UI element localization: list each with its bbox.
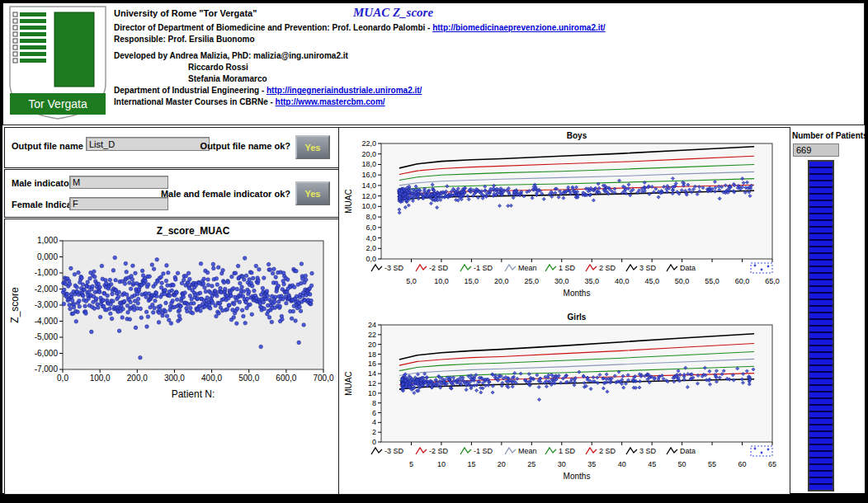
svg-text:Z_score: Z_score bbox=[9, 287, 21, 323]
svg-text:14: 14 bbox=[368, 369, 376, 378]
indicator-group: Male indicator Female Indicator Male and… bbox=[4, 169, 339, 218]
svg-text:-2,000: -2,000 bbox=[35, 284, 59, 294]
svg-text:50: 50 bbox=[678, 460, 686, 468]
mf-indicator-ok-button[interactable]: Yes bbox=[295, 181, 330, 205]
svg-text:-2 SD: -2 SD bbox=[429, 447, 449, 455]
svg-text:Girls: Girls bbox=[568, 313, 587, 322]
svg-text:Z_score_MUAC: Z_score_MUAC bbox=[157, 225, 230, 237]
output-file-group: Output file name Output file name ok? Ye… bbox=[4, 127, 339, 168]
svg-text:10: 10 bbox=[437, 460, 446, 468]
svg-text:20: 20 bbox=[498, 460, 506, 468]
male-indicator-label: Male indicator bbox=[12, 178, 73, 188]
director-text: Director of Department of Biomedicine an… bbox=[114, 23, 432, 32]
svg-text:-4,000: -4,000 bbox=[35, 317, 59, 326]
svg-text:6,0: 6,0 bbox=[366, 223, 376, 232]
svg-text:15: 15 bbox=[467, 460, 475, 468]
zscore-chart-panel: Z_score_MUAC1,0000,000-1,000-2,000-3,000… bbox=[4, 219, 339, 495]
svg-text:-3 SD: -3 SD bbox=[384, 447, 404, 455]
svg-text:400,0: 400,0 bbox=[201, 374, 222, 383]
svg-text:-3,000: -3,000 bbox=[35, 300, 59, 309]
svg-text:Months: Months bbox=[564, 289, 591, 298]
svg-text:1 SD: 1 SD bbox=[559, 447, 576, 455]
svg-text:-5,000: -5,000 bbox=[35, 332, 59, 341]
svg-text:22,0: 22,0 bbox=[361, 139, 376, 148]
department-link[interactable]: http://ingegneriaindustriale.uniroma2.it… bbox=[267, 86, 422, 95]
svg-text:40,0: 40,0 bbox=[615, 277, 630, 285]
svg-text:35: 35 bbox=[587, 460, 596, 468]
director-link[interactable]: http://biomedicinaeprevenzione.uniroma2.… bbox=[432, 23, 605, 32]
patients-count: 669 bbox=[793, 143, 839, 157]
mf-indicator-ok-label: Male and female indicator ok? bbox=[129, 189, 290, 199]
svg-text:65,0: 65,0 bbox=[765, 277, 780, 285]
svg-text:16: 16 bbox=[368, 360, 376, 368]
svg-text:20: 20 bbox=[368, 341, 376, 349]
svg-text:20,0: 20,0 bbox=[494, 277, 509, 285]
svg-text:8: 8 bbox=[372, 399, 376, 407]
svg-text:1 SD: 1 SD bbox=[559, 264, 576, 272]
svg-text:14,0: 14,0 bbox=[361, 181, 376, 190]
svg-text:10: 10 bbox=[368, 389, 376, 397]
svg-text:22: 22 bbox=[368, 331, 376, 339]
svg-text:60: 60 bbox=[738, 460, 747, 468]
svg-text:30,0: 30,0 bbox=[554, 277, 569, 285]
svg-text:MUAC: MUAC bbox=[344, 371, 353, 395]
svg-text:Boys: Boys bbox=[567, 131, 587, 140]
svg-text:5,0: 5,0 bbox=[406, 277, 417, 285]
university-logo: Tor Vergata bbox=[5, 4, 111, 121]
logo-text: Tor Vergata bbox=[28, 97, 87, 110]
svg-text:50,0: 50,0 bbox=[675, 277, 690, 285]
svg-text:Mean: Mean bbox=[518, 264, 537, 272]
svg-text:Mean: Mean bbox=[518, 447, 537, 455]
svg-text:10,0: 10,0 bbox=[434, 277, 449, 285]
girls-chart[interactable]: Girls24222018161412108642051015202530354… bbox=[342, 312, 787, 493]
svg-text:6: 6 bbox=[372, 409, 376, 417]
svg-text:-6,000: -6,000 bbox=[35, 349, 59, 358]
male-indicator-input[interactable] bbox=[69, 176, 168, 189]
svg-text:Data: Data bbox=[680, 447, 696, 455]
svg-text:-1,000: -1,000 bbox=[35, 268, 59, 277]
svg-text:0,0: 0,0 bbox=[366, 255, 376, 263]
growth-charts-panel: Boys22,020,018,016,014,012,010,08,06,04,… bbox=[338, 127, 790, 495]
svg-text:35,0: 35,0 bbox=[584, 277, 599, 285]
zscore-chart[interactable]: Z_score_MUAC1,0000,000-1,000-2,000-3,000… bbox=[5, 223, 337, 414]
svg-text:25: 25 bbox=[527, 460, 535, 468]
developed-by-line: Developed by Andrea Malizia, PhD: malizi… bbox=[114, 51, 625, 60]
svg-text:MUAC: MUAC bbox=[344, 189, 353, 213]
svg-text:-3 SD: -3 SD bbox=[384, 264, 404, 272]
master-text: International Master Courses in CBRNe - bbox=[114, 97, 276, 106]
svg-text:55,0: 55,0 bbox=[705, 277, 719, 285]
svg-text:24: 24 bbox=[368, 321, 376, 329]
boys-chart[interactable]: Boys22,020,018,016,014,012,010,08,06,04,… bbox=[342, 130, 787, 310]
patients-panel: Number of Patients 669 bbox=[790, 127, 865, 493]
svg-text:4,0: 4,0 bbox=[366, 234, 376, 242]
director-line: Director of Department of Biomedicine an… bbox=[114, 23, 625, 32]
svg-text:0,0: 0,0 bbox=[57, 374, 68, 383]
svg-text:30: 30 bbox=[558, 460, 566, 468]
patients-label: Number of Patients bbox=[792, 131, 868, 140]
svg-text:200,0: 200,0 bbox=[127, 374, 148, 383]
svg-text:4: 4 bbox=[372, 418, 376, 426]
output-file-ok-label: Output file name ok? bbox=[152, 141, 290, 151]
svg-text:-2 SD: -2 SD bbox=[429, 264, 449, 272]
svg-text:12,0: 12,0 bbox=[361, 192, 376, 200]
svg-text:2: 2 bbox=[372, 428, 376, 436]
svg-text:8,0: 8,0 bbox=[366, 213, 376, 221]
responsible-line: Responsible: Prof. Ersilia Buonomo bbox=[114, 35, 625, 44]
svg-text:700,0: 700,0 bbox=[313, 374, 333, 383]
svg-text:60,0: 60,0 bbox=[735, 277, 750, 285]
output-file-label: Output file name bbox=[12, 141, 83, 151]
svg-text:0,000: 0,000 bbox=[37, 252, 58, 261]
developer-3: Stefania Moramarco bbox=[114, 74, 625, 83]
main-panel: Tor Vergata MUAC Z_score University of R… bbox=[2, 2, 865, 493]
svg-text:18,0: 18,0 bbox=[361, 160, 376, 168]
svg-text:-7,000: -7,000 bbox=[35, 364, 59, 374]
female-indicator-input[interactable] bbox=[69, 197, 168, 210]
svg-text:Months: Months bbox=[564, 472, 591, 481]
department-line: Department of Industrial Engineering - h… bbox=[114, 86, 625, 95]
svg-text:18: 18 bbox=[368, 350, 376, 359]
tor-vergata-shield-icon: Tor Vergata bbox=[5, 4, 111, 121]
svg-text:5: 5 bbox=[409, 460, 413, 468]
master-link[interactable]: http://www.mastercbm.com/ bbox=[276, 97, 385, 106]
output-file-ok-button[interactable]: Yes bbox=[295, 135, 330, 159]
svg-text:15,0: 15,0 bbox=[465, 277, 479, 285]
